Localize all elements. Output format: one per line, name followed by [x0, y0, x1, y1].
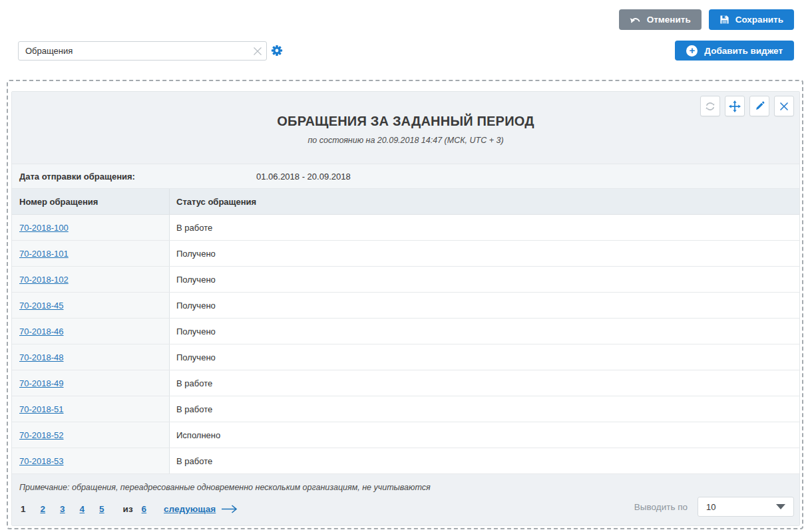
page-link-4[interactable]: 4: [80, 504, 85, 514]
appeal-number-link[interactable]: 70-2018-53: [19, 456, 64, 466]
column-header-number: Номер обращения: [12, 189, 170, 214]
table-row: 70-2018-45 Получено: [12, 293, 799, 319]
page-size-control: Выводить по 10: [634, 497, 794, 517]
widget-title: ОБРАЩЕНИЯ ЗА ЗАДАННЫЙ ПЕРИОД: [12, 92, 799, 129]
appeal-status: Получено: [170, 344, 799, 370]
cancel-button-label: Отменить: [647, 15, 691, 25]
add-widget-button[interactable]: + Добавить виджет: [675, 41, 794, 61]
date-filter-label: Дата отправки обращения:: [12, 172, 256, 182]
appeal-status: Получено: [170, 319, 799, 344]
page-link-last[interactable]: 6: [142, 504, 147, 514]
next-arrow-icon[interactable]: [222, 505, 238, 513]
page-size-select[interactable]: 10: [698, 497, 794, 517]
widget-controls: [700, 96, 794, 116]
table-row: 70-2018-51 В работе: [12, 396, 799, 422]
save-button[interactable]: Сохранить: [709, 9, 794, 30]
date-filter-row: Дата отправки обращения: 01.06.2018 - 20…: [12, 164, 799, 189]
gear-icon[interactable]: [270, 44, 284, 57]
appeal-number-link[interactable]: 70-2018-49: [19, 378, 64, 388]
widget-header: ОБРАЩЕНИЯ ЗА ЗАДАННЫЙ ПЕРИОД по состояни…: [12, 92, 799, 164]
page-current: 1: [21, 504, 26, 514]
table-header-row: Номер обращения Статус обращения: [12, 189, 799, 215]
appeal-status: В работе: [170, 448, 799, 473]
appeal-status: Получено: [170, 267, 799, 292]
appeal-number-link[interactable]: 70-2018-45: [19, 301, 64, 311]
move-icon[interactable]: [725, 96, 745, 116]
save-icon: [719, 15, 729, 25]
table-row: 70-2018-48 Получено: [12, 344, 799, 370]
page-size-value: 10: [706, 502, 715, 512]
table-row: 70-2018-102 Получено: [12, 267, 799, 293]
page-size-label: Выводить по: [634, 502, 688, 512]
widget-subtitle: по состоянию на 20.09.2018 14:47 (МСК, U…: [12, 136, 799, 145]
pages-of-label: из: [123, 504, 133, 514]
table-row: 70-2018-53 В работе: [12, 448, 799, 474]
page-link-2[interactable]: 2: [41, 504, 46, 514]
table-row: 70-2018-100 В работе: [12, 215, 799, 241]
chevron-down-icon: [776, 504, 785, 509]
appeal-number-link[interactable]: 70-2018-100: [19, 223, 69, 233]
appeal-number-link[interactable]: 70-2018-52: [19, 430, 64, 440]
date-filter-value: 01.06.2018 - 20.09.2018: [256, 172, 351, 182]
footnote: Примечание: обращения, переадресованные …: [12, 474, 799, 492]
plus-circle-icon: +: [686, 45, 698, 57]
dashboard-drop-area: ОБРАЩЕНИЯ ЗА ЗАДАННЫЙ ПЕРИОД по состояни…: [7, 80, 803, 529]
clear-input-icon[interactable]: [249, 43, 266, 60]
edit-pencil-icon[interactable]: [749, 96, 769, 116]
save-button-label: Сохранить: [735, 15, 783, 25]
add-widget-label: Добавить виджет: [704, 46, 783, 56]
table-row: 70-2018-46 Получено: [12, 319, 799, 344]
widget-footer: Примечание: обращения, переадресованные …: [12, 474, 799, 525]
appeal-status: Исполнено: [170, 422, 799, 448]
widget-name-input[interactable]: [19, 46, 249, 56]
page-link-5[interactable]: 5: [99, 504, 104, 514]
column-header-status: Статус обращения: [170, 189, 799, 214]
appeal-number-link[interactable]: 70-2018-51: [19, 404, 64, 414]
appeal-status: В работе: [170, 215, 799, 240]
undo-icon: [630, 15, 641, 24]
appeal-status: Получено: [170, 241, 799, 266]
appeal-status: В работе: [170, 396, 799, 422]
close-icon[interactable]: [774, 96, 794, 116]
table-row: 70-2018-101 Получено: [12, 241, 799, 267]
refresh-icon[interactable]: [700, 96, 720, 116]
appeal-number-link[interactable]: 70-2018-46: [19, 327, 64, 336]
table-row: 70-2018-49 В работе: [12, 370, 799, 396]
appeal-number-link[interactable]: 70-2018-48: [19, 352, 64, 362]
pagination: 1 2 3 4 5 из 6 следующая: [21, 504, 238, 514]
appeals-widget-card: ОБРАЩЕНИЯ ЗА ЗАДАННЫЙ ПЕРИОД по состояни…: [11, 91, 800, 526]
cancel-button[interactable]: Отменить: [619, 9, 702, 30]
dashboard-edit-page: Отменить Сохранить + Добавить виджет: [0, 0, 810, 532]
table-row: 70-2018-52 Исполнено: [12, 422, 799, 448]
appeal-number-link[interactable]: 70-2018-102: [19, 275, 69, 285]
appeal-status: Получено: [170, 293, 799, 318]
appeal-status: В работе: [170, 370, 799, 396]
next-page-link[interactable]: следующая: [164, 504, 216, 514]
top-toolbar: Отменить Сохранить: [619, 9, 794, 30]
page-link-3[interactable]: 3: [60, 504, 65, 514]
widget-name-inputbox: [18, 41, 267, 61]
appeal-number-link[interactable]: 70-2018-101: [19, 249, 69, 259]
